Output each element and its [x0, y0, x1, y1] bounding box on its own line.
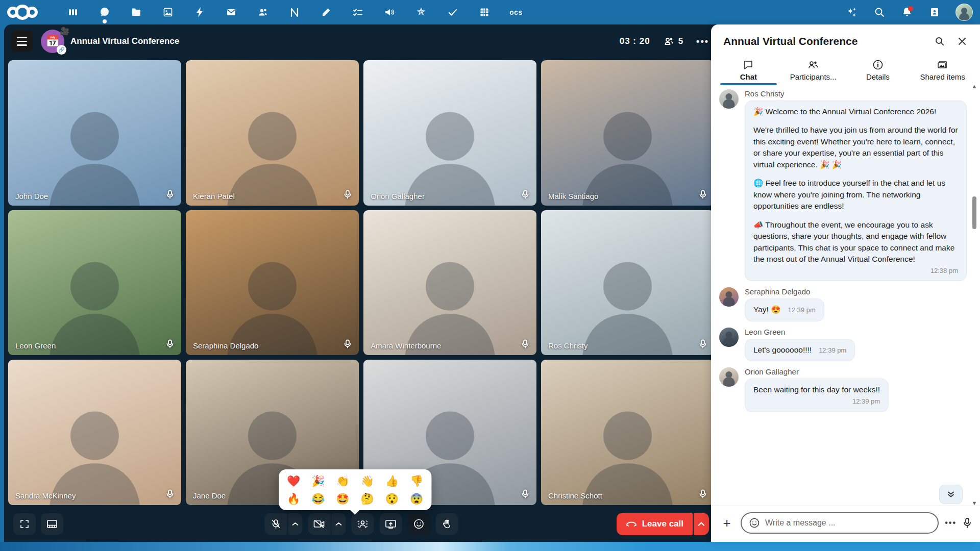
- video-tile[interactable]: Christine Schott: [541, 360, 714, 505]
- raise-hand-button[interactable]: [435, 513, 458, 535]
- fullscreen-button[interactable]: [13, 513, 36, 535]
- nextcloud-logo[interactable]: [7, 5, 38, 20]
- reaction-party[interactable]: 🎉: [311, 475, 325, 486]
- message-bubble[interactable]: Yay! 😍 12:39 pm: [745, 298, 824, 321]
- call-more-menu[interactable]: •••: [696, 36, 709, 47]
- search-icon[interactable]: [873, 6, 886, 19]
- message-input[interactable]: [765, 518, 930, 528]
- mail-icon[interactable]: [225, 6, 238, 19]
- announcements-icon[interactable]: [383, 6, 396, 19]
- notifications-bell-icon[interactable]: [900, 6, 914, 19]
- svg-text:C: C: [420, 10, 423, 15]
- participant-count[interactable]: 5: [664, 36, 683, 47]
- collectives-icon[interactable]: C: [414, 6, 428, 19]
- reaction-fire[interactable]: 🔥: [287, 493, 300, 504]
- news-icon[interactable]: [288, 6, 301, 19]
- video-tile[interactable]: John Doe: [8, 60, 181, 206]
- video-tile[interactable]: Ros Christy: [541, 210, 714, 356]
- video-tile[interactable]: Kieran Patel: [186, 60, 359, 206]
- chat-input-row: + •••: [711, 506, 980, 542]
- chat-scrollbar[interactable]: ▲ ▼: [971, 84, 978, 506]
- video-tile[interactable]: Leon Green: [8, 210, 181, 356]
- reaction-laugh[interactable]: 😂: [311, 493, 325, 504]
- reactions-popup: ❤️ 🎉 👏 👋 👍 👎 🔥 😂 🤩 🤔 😯 😨: [279, 469, 431, 510]
- voice-message-icon[interactable]: [963, 517, 972, 529]
- contacts-card-icon[interactable]: [928, 6, 941, 19]
- video-grid: John Doe Kieran Patel Orion Gallagher Ma…: [4, 58, 718, 508]
- sidebar-search-icon[interactable]: [932, 34, 947, 49]
- contacts-icon[interactable]: [256, 6, 270, 19]
- reaction-clap[interactable]: 👏: [336, 475, 349, 486]
- reaction-thinking[interactable]: 🤔: [361, 493, 374, 504]
- reaction-surprised[interactable]: 😯: [385, 493, 399, 504]
- tab-participants[interactable]: Participants...: [781, 56, 846, 85]
- dashboard-icon[interactable]: [66, 6, 80, 19]
- tab-details[interactable]: Details: [846, 56, 911, 85]
- attach-plus-button[interactable]: +: [719, 515, 734, 531]
- tasks-icon[interactable]: [351, 6, 364, 19]
- scrollbar-thumb[interactable]: [972, 196, 976, 229]
- tab-shared-items[interactable]: Shared items: [910, 56, 975, 85]
- grid-view-button[interactable]: [41, 513, 63, 535]
- scroll-to-bottom-button[interactable]: [939, 485, 963, 504]
- menu-hamburger-button[interactable]: [11, 31, 33, 52]
- mic-on-icon: [521, 489, 529, 500]
- app-navigation: C ocs: [66, 6, 523, 19]
- screen-share-button[interactable]: [379, 513, 402, 535]
- chat-messages: Ros Christy 🎉 Welcome to the Annual Virt…: [711, 85, 980, 506]
- reaction-thumbs-down[interactable]: 👎: [410, 475, 423, 486]
- reaction-heart[interactable]: ❤️: [287, 475, 300, 486]
- deck-check-icon[interactable]: [446, 6, 459, 19]
- camera-options-chevron[interactable]: [331, 513, 346, 535]
- camera-off-button[interactable]: [308, 513, 330, 535]
- video-tile[interactable]: Malik Santiago: [541, 60, 714, 206]
- background-blur-button[interactable]: [351, 513, 374, 535]
- scrollbar-down-arrow[interactable]: ▼: [972, 500, 977, 506]
- tile-name: Jane Doe: [193, 491, 226, 500]
- person-silhouette: [363, 210, 536, 356]
- person-silhouette: [186, 60, 359, 206]
- video-tile[interactable]: Seraphina Delgado: [186, 210, 359, 356]
- message-bubble[interactable]: 🎉 Welcome to the Annual Virtual Conferen…: [745, 101, 967, 281]
- video-tile[interactable]: Sandra McKinney: [8, 360, 181, 505]
- participants-icon: [807, 59, 819, 70]
- video-tile[interactable]: Amara Winterbourne: [363, 210, 536, 356]
- chat-bubble-icon: [743, 59, 754, 70]
- talk-icon[interactable]: [98, 6, 111, 19]
- message-more-options[interactable]: •••: [945, 518, 957, 528]
- emoji-picker-icon[interactable]: [749, 517, 760, 529]
- message-time: 12:39 pm: [753, 397, 880, 407]
- message-input-pill[interactable]: [741, 512, 939, 534]
- activity-icon[interactable]: [193, 6, 206, 19]
- files-icon[interactable]: [130, 6, 143, 19]
- photos-icon[interactable]: [161, 6, 175, 19]
- tile-name: Amara Winterbourne: [371, 341, 441, 350]
- reaction-starstruck[interactable]: 🤩: [336, 493, 349, 504]
- person-silhouette: [363, 60, 536, 206]
- message-bubble[interactable]: Let's goooooo!!!! 12:39 pm: [745, 339, 855, 361]
- reaction-thumbs-up[interactable]: 👍: [385, 475, 399, 486]
- reaction-wave[interactable]: 👋: [361, 475, 374, 486]
- person-silhouette: [186, 210, 359, 356]
- message-bubble[interactable]: Been waiting for this day for weeks!! 12…: [745, 379, 889, 412]
- tables-icon[interactable]: [478, 6, 491, 19]
- reactions-button[interactable]: [407, 513, 430, 535]
- leave-call-button[interactable]: Leave call: [617, 513, 693, 535]
- user-avatar[interactable]: [955, 4, 973, 21]
- notes-icon[interactable]: [320, 6, 333, 19]
- ocs-icon[interactable]: ocs: [509, 6, 523, 19]
- tab-chat[interactable]: Chat: [716, 56, 781, 85]
- conversation-avatar[interactable]: 📅 🎥 🔗: [41, 30, 64, 53]
- reaction-fearful[interactable]: 😨: [410, 493, 423, 504]
- leave-call-options-chevron[interactable]: [694, 513, 709, 535]
- info-icon: [872, 59, 884, 70]
- mute-microphone-button[interactable]: [264, 513, 287, 535]
- close-icon[interactable]: [954, 34, 970, 49]
- microphone-options-chevron[interactable]: [288, 513, 302, 535]
- assistant-sparkles-icon[interactable]: [845, 6, 859, 19]
- scrollbar-up-arrow[interactable]: ▲: [972, 84, 977, 89]
- tile-name: Leon Green: [15, 341, 56, 350]
- topbar-right-actions: [845, 4, 973, 21]
- call-timer: 03 : 20: [620, 36, 650, 46]
- video-tile[interactable]: Orion Gallagher: [363, 60, 536, 206]
